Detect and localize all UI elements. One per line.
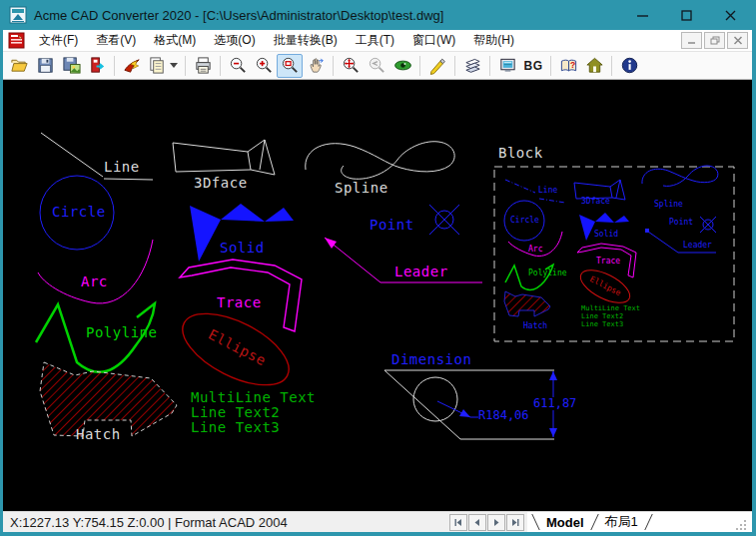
background-toggle-label: BG — [524, 59, 543, 73]
zoom-out-button[interactable] — [225, 54, 251, 78]
save-as-button[interactable] — [58, 54, 84, 78]
app-window: Acme CAD Converter 2020 - [C:\Users\Admi… — [0, 0, 756, 536]
print-icon — [194, 56, 213, 75]
pan-button[interactable] — [303, 54, 329, 78]
close-icon — [724, 9, 737, 22]
coordinate-readout: X:1227.13 Y:754.15 Z:0.00 | Format ACAD … — [10, 515, 288, 530]
prev-tab-button[interactable] — [468, 514, 486, 531]
label-polyline: Polyline — [86, 325, 157, 340]
save-icon — [36, 56, 55, 75]
tab-layout1[interactable]: 布局1 — [599, 513, 644, 531]
label-arc: Arc — [81, 274, 108, 289]
cad-drawing-area[interactable]: Line Circle Arc Polyline Hatch 3Dface So… — [3, 80, 752, 511]
info-icon — [620, 56, 639, 75]
minimize-icon — [636, 9, 649, 22]
screen-preview-button[interactable] — [494, 54, 520, 78]
entity-arc[interactable] — [38, 240, 153, 303]
label-solid: Solid — [220, 241, 265, 256]
screen-icon — [498, 56, 517, 75]
tab-divider — [531, 514, 539, 530]
menu-options[interactable]: 选项(O) — [205, 30, 264, 51]
home-button[interactable] — [581, 54, 607, 78]
open-folder-icon — [10, 56, 29, 75]
label-mtext-3: Line Text3 — [191, 420, 280, 435]
menu-format[interactable]: 格式(M) — [145, 30, 205, 51]
mdi-restore-button[interactable] — [704, 32, 725, 49]
minimize-button[interactable] — [620, 0, 664, 30]
zoom-extents-button[interactable] — [338, 54, 364, 78]
maximize-icon — [680, 9, 693, 22]
label-dim-radius: R184,06 — [478, 409, 529, 422]
home-icon — [585, 56, 604, 75]
save-as-icon — [62, 56, 81, 75]
print-button[interactable] — [190, 54, 216, 78]
view-eye-button[interactable] — [389, 54, 415, 78]
help-question-glyph: ? — [569, 60, 574, 70]
help-button[interactable]: ? — [555, 54, 581, 78]
resize-grip[interactable] — [734, 520, 748, 532]
entity-hatch[interactable] — [40, 362, 177, 436]
first-tab-button[interactable] — [449, 514, 467, 531]
zoom-extents-icon — [342, 56, 361, 75]
toolbar: BG ? — [3, 52, 752, 80]
block-label-spline: Spline — [654, 201, 683, 210]
open-button[interactable] — [6, 54, 32, 78]
last-tab-button[interactable] — [506, 514, 524, 531]
entity-3dface[interactable] — [173, 140, 275, 175]
tab-nav-buttons — [449, 512, 527, 532]
sheet-tab-strip: Model 布局1 — [527, 512, 752, 532]
zoom-window-icon — [281, 56, 300, 75]
window-title: Acme CAD Converter 2020 - [C:\Users\Admi… — [34, 8, 443, 23]
maximize-button[interactable] — [664, 0, 708, 30]
entity-spline[interactable] — [306, 142, 454, 180]
label-spline: Spline — [335, 181, 388, 196]
eye-icon — [393, 56, 412, 75]
toolbar-separator — [185, 56, 186, 76]
zoom-previous-icon — [368, 56, 386, 75]
close-button[interactable] — [708, 0, 752, 30]
tab-model[interactable]: Model — [540, 515, 590, 530]
document-icon — [8, 32, 25, 49]
block-label-hatch: Hatch — [523, 322, 547, 331]
menu-window[interactable]: 窗口(W) — [403, 30, 464, 51]
save-button[interactable] — [32, 54, 58, 78]
layers-button[interactable] — [459, 54, 485, 78]
prev-tab-icon — [472, 518, 482, 527]
zoom-in-button[interactable] — [251, 54, 277, 78]
menu-batch-convert[interactable]: 批量转换(B) — [265, 30, 347, 51]
export-button[interactable] — [84, 54, 110, 78]
block-label-leader: Leader — [683, 242, 712, 251]
copy-pages-button[interactable] — [145, 54, 181, 78]
label-circle: Circle — [52, 205, 106, 220]
zoom-out-icon — [229, 56, 248, 75]
menu-tools[interactable]: 工具(T) — [347, 30, 403, 51]
draw-settings-button[interactable] — [424, 54, 450, 78]
menu-help[interactable]: 帮助(H) — [464, 30, 523, 51]
menu-view[interactable]: 查看(V) — [87, 30, 145, 51]
background-toggle-button[interactable]: BG — [520, 54, 546, 78]
batch-convert-button[interactable] — [119, 54, 145, 78]
mdi-restore-icon — [710, 36, 720, 45]
zoom-window-button[interactable] — [277, 54, 303, 78]
app-logo-icon — [9, 6, 27, 24]
menu-file[interactable]: 文件(F) — [30, 30, 87, 51]
zoom-in-icon — [255, 56, 274, 75]
label-3dface: 3Dface — [194, 176, 248, 191]
mdi-minimize-button[interactable] — [681, 32, 702, 49]
toolbar-separator — [611, 56, 612, 76]
next-tab-button[interactable] — [487, 514, 505, 531]
block-label-arc: Arc — [528, 246, 542, 255]
toolbar-separator — [489, 56, 490, 76]
mdi-close-button[interactable] — [727, 32, 748, 49]
help-book-icon: ? — [559, 56, 578, 75]
menubar: 文件(F) 查看(V) 格式(M) 选项(O) 批量转换(B) 工具(T) 窗口… — [3, 30, 752, 52]
dropdown-arrow-icon[interactable] — [170, 63, 178, 68]
titlebar: Acme CAD Converter 2020 - [C:\Users\Admi… — [3, 0, 752, 30]
about-info-button[interactable] — [616, 54, 642, 78]
tab-divider — [644, 514, 652, 530]
layers-icon — [463, 56, 482, 75]
zoom-previous-button[interactable] — [364, 54, 389, 78]
entity-point[interactable] — [429, 205, 459, 235]
block-label-polyline: Polyline — [528, 269, 567, 278]
block-label-trace: Trace — [596, 258, 620, 267]
